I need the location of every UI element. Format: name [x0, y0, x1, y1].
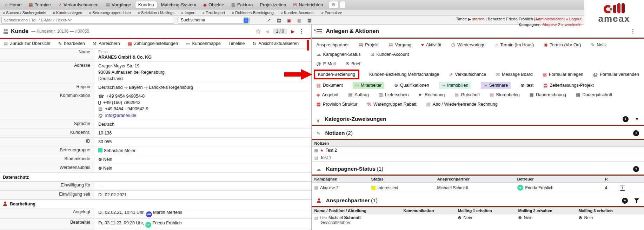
- action-projekt[interactable]: ▤Projekt: [359, 42, 379, 47]
- action-stornobeleg[interactable]: ▤Stornobeleg: [490, 92, 520, 97]
- action-mitarbeiter[interactable]: ∞Mitarbeiter: [353, 82, 384, 89]
- action-vorgang[interactable]: ▤Vorgang: [389, 42, 411, 47]
- crumb-formulare[interactable]: » Formulare: [321, 11, 342, 15]
- action-gutschrift[interactable]: ▤Gutschrift: [454, 92, 480, 97]
- crumb-kunden-accounts[interactable]: » Kunden-Accounts: [281, 11, 314, 15]
- toolbar-zurueck[interactable]: ▤ Zurück zur Übersicht: [4, 41, 51, 46]
- nav-nachrichten[interactable]: ✉ Nachrichten: [290, 1, 326, 8]
- action-dokument[interactable]: ▥Dokument: [317, 83, 343, 88]
- action-brief[interactable]: ✉Brief: [345, 61, 360, 66]
- nav-termine[interactable]: ▦ Termine: [26, 1, 54, 8]
- import-doc-icon[interactable]: ▥: [296, 17, 303, 23]
- crumb-kunde-anlegen[interactable]: » Kunde anlegen: [53, 11, 82, 15]
- action-termin-vor-ort[interactable]: ◉Termin (Vor Ort): [544, 42, 581, 47]
- action-aktivitaet[interactable]: ♥Aktivität: [421, 42, 441, 47]
- position: Geschäftsführer: [314, 220, 404, 225]
- add-kampagne-button[interactable]: +: [633, 166, 639, 172]
- filter-funnel-icon[interactable]: [634, 198, 639, 203]
- crumb-import[interactable]: » Import: [181, 11, 195, 15]
- col-mailing2: Mailing 2 erhalten: [518, 209, 579, 213]
- nav-faktura[interactable]: ▥ Faktura: [228, 1, 255, 8]
- pager-next-icon[interactable]: ▶: [291, 29, 295, 34]
- nav-objekte[interactable]: ◆ Objekte: [200, 1, 227, 8]
- add-ansprechpartner-button[interactable]: +: [622, 198, 628, 204]
- toolbar-timeline[interactable]: Timeline: [228, 41, 245, 46]
- action-email[interactable]: @E-Mail: [317, 61, 336, 66]
- nav-kunden[interactable]: Kunden: [135, 1, 157, 8]
- action-dauerrechnung[interactable]: ▦Dauerrechnung: [530, 92, 566, 97]
- action-abo-wiederkehrende-rechnung[interactable]: ▧Abo / Wiederkehrende Rechnung: [426, 102, 498, 107]
- nav-vorgaenge[interactable]: ▤ Vorgänge: [103, 1, 134, 8]
- action-formular-anlegen[interactable]: ▤Formular anlegen: [543, 72, 583, 77]
- scrollbar-thumb[interactable]: [307, 40, 309, 51]
- crumb-dubletten[interactable]: » Dubletten-Bereinigung: [232, 11, 274, 15]
- crumb-selektion[interactable]: » Selektion / Mailings: [138, 11, 174, 15]
- shop-icon[interactable]: ▣: [286, 17, 293, 23]
- nav-matching-system[interactable]: Matching-System: [158, 1, 199, 8]
- report-icon[interactable]: ▤: [275, 17, 283, 23]
- action-angebot[interactable]: ◈Angebot: [317, 92, 339, 97]
- ansprechpartner-row[interactable]: ▤ Herr Michael Schmidt Geschäftsführer ⊗…: [312, 214, 644, 226]
- crumb-suchen[interactable]: » Suchen / Suchergebnis: [3, 11, 46, 15]
- statistics-button[interactable]: [340, 1, 345, 8]
- toolbar-ansicht-aktualisieren[interactable]: ↻ Ansicht aktualisieren: [253, 41, 299, 46]
- action-ansprechpartner[interactable]: Ansprechpartner: [317, 42, 349, 47]
- crumb-text-import[interactable]: » Text-Import: [203, 11, 225, 15]
- toolbar-kundenmappe[interactable]: ▭ Kundenmappe: [186, 41, 221, 46]
- action-verkaufschance[interactable]: ↗Verkaufschance: [449, 72, 486, 77]
- action-qualifikationen[interactable]: ⊕Qualifikationen: [394, 83, 429, 88]
- toolbar-bearbeiten[interactable]: ✎ bearbeiten: [58, 41, 85, 46]
- quick-search-input[interactable]: [1, 17, 174, 24]
- kampagne-row[interactable]: ▤Akquise 2 Interessent Michael Schmidt F…: [312, 183, 644, 193]
- timer-play-icon[interactable]: ▶: [468, 17, 471, 21]
- toolbar-zahlungseinstellungen[interactable]: ▦ Zahlungseinstellungen: [128, 41, 178, 46]
- action-provision-struktur[interactable]: ▦Provision Struktur: [317, 102, 358, 107]
- action-wiedervorlage[interactable]: ◷Wiedervorlage: [451, 42, 486, 47]
- action-kunden-beziehung-mehrfachanlage[interactable]: Kunden-Beziehung Mehrfachanlage: [369, 72, 439, 77]
- nav-projektzeiten[interactable]: Projektzeiten: [257, 1, 289, 8]
- action-seminare[interactable]: ∞Seminare: [481, 82, 511, 89]
- toolbar-anreichern[interactable]: ⚒ Anreichern: [93, 41, 120, 46]
- action-dauergutschrift[interactable]: ▦Dauergutschrift: [576, 92, 612, 97]
- info-icon[interactable]: i: [620, 185, 625, 191]
- favorite-star-icon[interactable]: ☆: [255, 27, 261, 35]
- action-auftrag[interactable]: ▤Auftrag: [348, 92, 369, 97]
- campaign-name-link[interactable]: Akquise 2: [543, 22, 560, 27]
- collapse-caret-icon[interactable]: ▼: [635, 117, 639, 121]
- action-warengruppen-rabatt[interactable]: %Warengruppen Rabatt: [367, 102, 417, 107]
- action-kunden-account[interactable]: ⊡Kunden-Account: [371, 52, 409, 57]
- action-notiz[interactable]: ✎Notiz: [591, 42, 606, 47]
- timer-start-link[interactable]: starten: [472, 17, 484, 21]
- archive-icon[interactable]: ▦: [306, 17, 313, 23]
- action-kunden-beziehung[interactable]: Kunden-Beziehung: [314, 70, 359, 79]
- email-link[interactable]: info@aranes.de: [105, 112, 136, 119]
- actions-menu-icon[interactable]: ⋮: [630, 28, 636, 34]
- note-row-test1[interactable]: ▤ ★ Test 1: [312, 154, 644, 162]
- action-lieferschein[interactable]: ▥Lieferschein: [379, 92, 409, 97]
- add-notiz-button[interactable]: +: [633, 130, 639, 136]
- nav-item-label: Nachrichten: [299, 2, 323, 7]
- quick-contact-icon[interactable]: [255, 17, 262, 23]
- nav-home[interactable]: ⌂ Home: [2, 1, 25, 8]
- action-immobilien[interactable]: ∞Immobilien: [439, 82, 471, 89]
- crumb-betreuergruppen[interactable]: » Betreuergruppen-Liste: [89, 11, 131, 15]
- action-kampagnen-status[interactable]: ☁Kampagnen-Status: [317, 52, 361, 57]
- action-formular-versenden[interactable]: @Formular versenden: [593, 72, 639, 77]
- settings-button[interactable]: ⚙: [329, 1, 339, 8]
- customer-menu-icon[interactable]: ⋮: [299, 28, 304, 34]
- campaign-switch-link[interactable]: » wechseln: [561, 22, 582, 27]
- action-zeiterfassungs-projekt[interactable]: ▤Zeiterfassungs-Projekt: [543, 83, 593, 88]
- nav-verkaufschancen[interactable]: ↗ Verkaufschancen: [55, 1, 101, 8]
- city: 93089 Aufhausen bei Regensburg: [98, 69, 311, 75]
- action-message-board[interactable]: ✉Message Board: [496, 72, 532, 77]
- add-kategorie-button[interactable]: +: [623, 116, 629, 122]
- note-row-test2[interactable]: ▤ ★ Test 2: [312, 147, 644, 154]
- action-rechnung[interactable]: ☛Rechnung: [418, 92, 445, 97]
- search-schema-select[interactable]: Suchschema ▲▼: [178, 17, 250, 24]
- action-termin-im-haus[interactable]: ⌂Termin (Im Haus): [495, 42, 534, 47]
- pager-prev-icon[interactable]: ◀: [265, 29, 269, 34]
- sales-chart-icon[interactable]: ↗: [265, 17, 272, 23]
- action-test[interactable]: ⊕test: [520, 83, 533, 88]
- logout-link[interactable]: » Logout: [566, 17, 582, 21]
- user-role-link[interactable]: [Administratoren]: [534, 17, 565, 21]
